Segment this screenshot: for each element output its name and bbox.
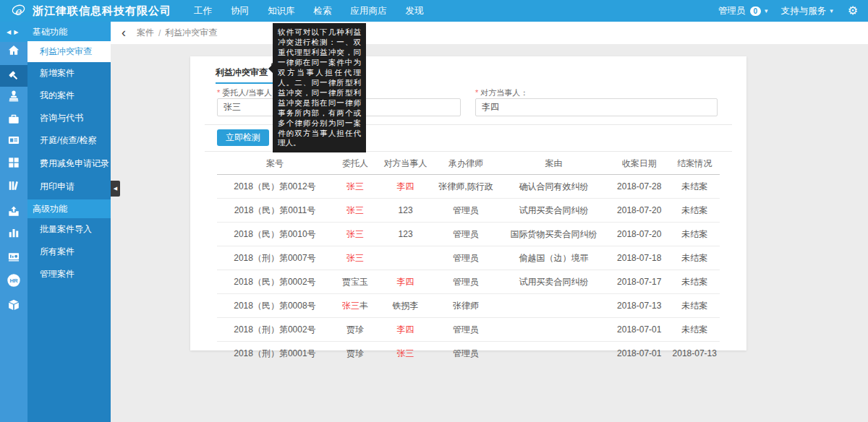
plain-text: 123 <box>399 229 413 239</box>
nav-item[interactable]: 应用商店 <box>341 0 396 22</box>
conflict-types-tooltip: 软件可对以下几种利益冲突进行检测：一、双重代理型利益冲突，同一律师在同一案件中为… <box>273 23 366 152</box>
sidebar-collapse-tab[interactable]: ◀ <box>111 181 120 197</box>
client-cell: 张三 <box>333 175 378 199</box>
svg-text:HR: HR <box>9 277 18 284</box>
table-row[interactable]: 2018（民）第0012号张三李四张律师,陈行政确认合同有效纠纷2018-07-… <box>217 175 720 199</box>
stamp-icon[interactable] <box>0 85 27 107</box>
svg-text:e: e <box>14 4 22 17</box>
column-header: 结案情况 <box>669 152 720 175</box>
app-logo-icon[interactable]: e <box>10 3 27 20</box>
conflict-match-text: 张三 <box>346 181 364 191</box>
breadcrumb-section[interactable]: 案件 <box>137 27 154 39</box>
filed-date-cell: 2018-07-20 <box>609 199 669 223</box>
hr-icon[interactable]: HR <box>0 270 27 291</box>
grid-icon[interactable] <box>0 152 27 173</box>
status-cell: 未结案 <box>669 199 720 223</box>
cause-cell: 偷越国（边）境罪 <box>498 246 609 270</box>
section-label: 高级功能 <box>33 203 67 215</box>
conflict-match-text: 李四 <box>397 277 414 287</box>
case-no-cell: 2018（刑）第0001号 <box>217 342 333 366</box>
lawyer-cell: 管理员 <box>433 318 498 342</box>
back-chevron-icon[interactable]: ‹ <box>122 26 126 39</box>
filed-date-cell: 2018-07-13 <box>609 294 669 318</box>
nav-item[interactable]: 协同 <box>221 0 258 22</box>
conflict-match-text: 张三 <box>397 348 414 358</box>
column-header: 收案日期 <box>609 152 669 175</box>
table-header-row: 案号委托人对方当事人承办律师案由收案日期结案情况 <box>217 152 720 175</box>
home-icon[interactable] <box>0 40 27 61</box>
cause-cell: 试用买卖合同纠纷 <box>498 199 609 223</box>
client-cell: 张三 <box>333 223 378 246</box>
opponent-field-label: *对方当事人： <box>475 88 528 97</box>
topbar-right: 管理员 0 ▾ 支持与服务 ▾ ⚙ <box>705 0 858 22</box>
company-name: 浙江律联信息科技有限公司 <box>33 4 171 18</box>
nav-item[interactable]: 工作 <box>184 0 221 22</box>
opponent-cell <box>378 246 433 270</box>
sidebar-item[interactable]: 利益冲突审查 <box>27 41 111 62</box>
table-row[interactable]: 2018（刑）第0001号贾珍张三管理员2018-07-012018-07-13 <box>217 342 720 366</box>
client-cell: 张三 <box>333 199 378 223</box>
user-menu[interactable]: 管理员 0 ▾ <box>718 5 768 17</box>
nav-item[interactable]: 检索 <box>305 0 341 22</box>
sidebar-item[interactable]: 开庭/侦查/检察 <box>27 129 111 152</box>
column-header: 委托人 <box>333 152 378 175</box>
column-header: 案由 <box>498 152 609 175</box>
sidebar-item[interactable]: 用印申请 <box>27 176 111 198</box>
support-menu[interactable]: 支持与服务 ▾ <box>781 5 833 17</box>
tab-conflict-check[interactable]: 利益冲突审查 <box>216 66 268 79</box>
tooltip-arrow-icon <box>268 64 273 73</box>
results-table: 案号委托人对方当事人承办律师案由收案日期结案情况 2018（民）第0012号张三… <box>217 152 720 366</box>
lawyer-cell: 管理员 <box>433 199 498 223</box>
cause-cell <box>498 318 609 342</box>
table-row[interactable]: 2018（民）第0008号张三丰铁拐李张律师2018-07-13未结案 <box>217 294 720 318</box>
client-cell: 张三 <box>333 246 378 270</box>
sidebar-item[interactable]: 费用减免申请记录 <box>27 152 111 175</box>
sidebar-item[interactable]: 我的案件 <box>27 85 111 107</box>
upload-box-icon[interactable] <box>0 201 27 223</box>
library-icon[interactable] <box>0 175 27 197</box>
bar-chart-icon[interactable] <box>0 222 27 244</box>
cause-cell: 试用买卖合同纠纷 <box>498 270 609 294</box>
opponent-input[interactable] <box>475 98 718 116</box>
nav-item[interactable]: 发现 <box>396 0 433 22</box>
sidebar-item[interactable]: 所有案件 <box>27 241 111 263</box>
filed-date-cell: 2018-07-20 <box>609 223 669 246</box>
user-label: 管理员 <box>718 5 746 17</box>
table-row[interactable]: 2018（刑）第0007号张三管理员偷越国（边）境罪2018-07-18未结案 <box>217 246 720 270</box>
opponent-cell: 123 <box>378 199 433 223</box>
settings-gear-icon[interactable]: ⚙ <box>848 0 858 22</box>
table-row[interactable]: 2018（民）第0011号张三123管理员试用买卖合同纠纷2018-07-20未… <box>217 199 720 223</box>
case-no-cell: 2018（民）第0008号 <box>217 294 333 318</box>
lawyer-cell: 张律师 <box>433 294 498 318</box>
sidebar-item[interactable]: 咨询与代书 <box>27 107 111 129</box>
sidebar-item[interactable]: 批量案件导入 <box>27 218 111 241</box>
sidebar: ◀▶ 基础功能 高级功能 HR利益冲突审查新增案件我的案件咨询与代书开庭/侦查/… <box>0 22 111 422</box>
lawyer-cell: 管理员 <box>433 270 498 294</box>
sidebar-item[interactable]: 新增案件 <box>27 62 111 85</box>
nav-item[interactable]: 知识库 <box>258 0 305 22</box>
id-card-icon[interactable] <box>0 129 27 151</box>
filed-date-cell: 2018-07-18 <box>609 246 669 270</box>
opponent-cell: 铁拐李 <box>378 294 433 318</box>
lawyer-cell: 张律师,陈行政 <box>433 175 498 199</box>
sidebar-section-basic[interactable]: ◀▶ 基础功能 <box>0 22 111 42</box>
cause-cell <box>498 294 609 318</box>
topbar: e 浙江律联信息科技有限公司 工作协同知识库检索应用商店发现 管理员 0 ▾ 支… <box>0 0 868 22</box>
sidebar-collapse-arrows-icon[interactable]: ◀▶ <box>7 22 21 42</box>
lawyer-cell: 管理员 <box>433 246 498 270</box>
gavel-icon[interactable] <box>0 65 27 87</box>
detect-now-button[interactable]: 立即检测 <box>217 129 269 146</box>
briefcase-icon[interactable] <box>0 108 27 130</box>
table-row[interactable]: 2018（刑）第0002号贾珍李四管理员2018-07-01未结案 <box>217 318 720 342</box>
filed-date-cell: 2018-07-01 <box>609 318 669 342</box>
column-header: 对方当事人 <box>378 152 433 175</box>
lawyer-cell: 管理员 <box>433 223 498 246</box>
plain-text: 铁拐李 <box>393 301 419 311</box>
sidebar-item[interactable]: 管理案件 <box>27 263 111 285</box>
section-label: 基础功能 <box>33 26 67 38</box>
presentation-icon[interactable] <box>0 246 27 268</box>
sidebar-section-advanced[interactable]: 高级功能 <box>27 199 111 218</box>
table-row[interactable]: 2018（民）第0010号张三123管理员国际货物买卖合同纠纷2018-07-2… <box>217 223 720 246</box>
cube-icon[interactable] <box>0 294 27 316</box>
table-row[interactable]: 2018（民）第0002号贾宝玉李四管理员试用买卖合同纠纷2018-07-17未… <box>217 270 720 294</box>
